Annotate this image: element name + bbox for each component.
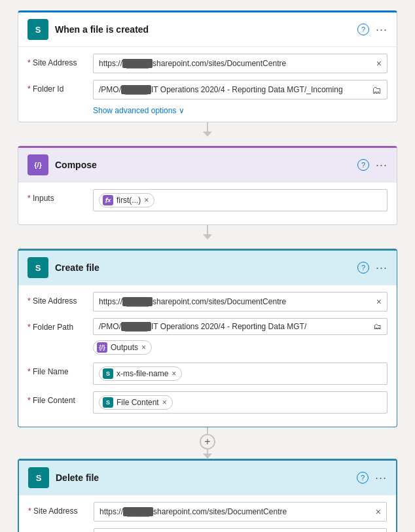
create-file-more-icon[interactable]: ···	[376, 261, 388, 275]
compose-title: Compose	[55, 160, 351, 170]
create-file-name-token-label: x-ms-file-name	[117, 369, 168, 378]
plus-connector-circle[interactable]: +	[200, 434, 215, 450]
plus-connector-circle-wrapper: +	[200, 434, 215, 450]
compose-help-icon[interactable]: ?	[357, 159, 369, 171]
create-file-help-icon[interactable]: ?	[357, 262, 369, 274]
compose-header-actions: ? ···	[357, 158, 388, 172]
create-file-card: S Create file ? ··· Site Address https:/…	[18, 249, 397, 427]
create-file-icon: S	[27, 257, 48, 278]
create-file-content-token: S File Content ×	[99, 395, 173, 410]
delete-file-identifier-input[interactable]: fx decodeUriCom... × 🗂	[94, 528, 387, 532]
trigger-help-icon[interactable]: ?	[357, 24, 369, 35]
trigger-site-address-clear[interactable]: ×	[376, 58, 382, 69]
create-folder-path-wrapper: /PMO/████IT Operations 2020/4 - Reportin…	[93, 318, 388, 356]
create-folder-outputs-token-line: {/} Outputs ×	[93, 339, 388, 356]
delete-file-identifier-row: File Identifier fx decodeUriCom... × 🗂	[28, 528, 387, 532]
connector-1-line-top	[207, 122, 208, 132]
trigger-folder-id-row: Folder Id /PMO/████IT Operations 2020/4 …	[27, 80, 388, 99]
compose-body: Inputs fx first(...) ×	[18, 183, 397, 224]
connector-1-arrow	[203, 132, 212, 137]
trigger-site-address-value: https://████sharepoint.com/sites/Documen…	[99, 59, 286, 68]
create-file-name-token-close[interactable]: ×	[171, 370, 176, 378]
delete-file-identifier-label: File Identifier	[28, 528, 87, 532]
compose-token-close[interactable]: ×	[144, 196, 149, 204]
create-file-name-token-icon: S	[103, 368, 113, 379]
compose-token-icon: fx	[103, 195, 113, 205]
create-file-title: Create file	[55, 262, 351, 273]
connector-2-arrow	[203, 234, 212, 239]
delete-site-address-row: Site Address https://████sharepoint.com/…	[28, 502, 387, 522]
flow-canvas: S When a file is created ? ··· Site Addr…	[10, 10, 405, 532]
delete-file-more-icon[interactable]: ···	[375, 471, 387, 485]
create-file-content-token-icon: S	[103, 397, 113, 408]
compose-more-icon[interactable]: ···	[376, 158, 388, 172]
trigger-icon: S	[27, 19, 48, 40]
trigger-folder-id-label: Folder Id	[27, 80, 86, 94]
create-site-address-row: Site Address https://████sharepoint.com/…	[27, 292, 388, 311]
create-file-content-input[interactable]: S File Content ×	[93, 391, 388, 414]
compose-icon: {/}	[27, 154, 48, 175]
create-file-content-row: File Content S File Content ×	[27, 391, 388, 414]
create-site-address-label: Site Address	[27, 292, 86, 306]
trigger-site-address-row: Site Address https://████sharepoint.com/…	[27, 54, 388, 73]
delete-file-header: S Delete file ? ···	[19, 461, 396, 495]
plus-connector-top-line	[207, 427, 208, 434]
delete-file-title: Delete file	[56, 472, 350, 483]
delete-site-address-value: https://████sharepoint.com/sites/Documen…	[99, 507, 287, 516]
trigger-more-icon[interactable]: ···	[376, 23, 388, 37]
create-site-address-value: https://████sharepoint.com/sites/Documen…	[99, 297, 286, 306]
compose-inputs-input[interactable]: fx first(...) ×	[93, 189, 388, 211]
compose-header: {/} Compose ? ···	[18, 148, 397, 183]
create-file-name-input[interactable]: S x-ms-file-name ×	[93, 363, 388, 385]
trigger-advanced-options-chevron: ∨	[179, 106, 185, 115]
create-file-content-label: File Content	[27, 391, 86, 405]
create-folder-path-input[interactable]: /PMO/████IT Operations 2020/4 - Reportin…	[93, 318, 388, 335]
create-file-name-row: File Name S x-ms-file-name ×	[27, 363, 388, 385]
compose-inputs-row: Inputs fx first(...) ×	[27, 189, 388, 211]
create-outputs-token-close[interactable]: ×	[141, 344, 146, 351]
create-file-header: S Create file ? ···	[18, 251, 397, 285]
create-file-header-actions: ? ···	[357, 261, 388, 275]
trigger-folder-id-input[interactable]: /PMO/████IT Operations 2020/4 - Reportin…	[93, 80, 388, 99]
delete-file-body: Site Address https://████sharepoint.com/…	[19, 495, 396, 532]
compose-token-label: first(...)	[117, 196, 141, 205]
connector-2-line-top	[207, 225, 208, 234]
delete-file-header-actions: ? ···	[357, 471, 387, 485]
trigger-advanced-options-label: Show advanced options	[93, 106, 176, 115]
create-file-content-token-label: File Content	[117, 398, 159, 407]
create-file-content-token-close[interactable]: ×	[162, 399, 167, 406]
connector-2	[203, 225, 212, 249]
trigger-folder-id-value: /PMO/████IT Operations 2020/4 - Reportin…	[99, 85, 343, 94]
delete-file-card: S Delete file ? ··· Site Address https:/…	[18, 459, 397, 532]
delete-file-icon-label: S	[36, 473, 42, 483]
compose-inputs-label: Inputs	[27, 189, 86, 203]
connector-1	[203, 122, 212, 146]
delete-site-address-clear[interactable]: ×	[376, 506, 381, 517]
create-folder-path-label: Folder Path	[27, 318, 86, 332]
delete-file-icon: S	[28, 467, 49, 488]
trigger-site-address-input[interactable]: https://████sharepoint.com/sites/Documen…	[93, 54, 388, 73]
plus-connector-arrow	[203, 453, 212, 459]
trigger-header: S When a file is created ? ···	[18, 12, 397, 47]
trigger-advanced-options[interactable]: Show advanced options ∨	[93, 106, 388, 115]
create-site-address-input[interactable]: https://████sharepoint.com/sites/Documen…	[93, 292, 388, 311]
trigger-header-actions: ? ···	[357, 23, 388, 37]
delete-site-address-input[interactable]: https://████sharepoint.com/sites/Documen…	[94, 502, 387, 522]
create-outputs-token-label: Outputs	[111, 343, 138, 352]
trigger-card: S When a file is created ? ··· Site Addr…	[18, 10, 397, 122]
create-site-address-clear[interactable]: ×	[376, 296, 382, 307]
create-outputs-token-icon: {/}	[97, 342, 107, 353]
trigger-icon-label: S	[35, 25, 41, 35]
plus-connector: +	[200, 427, 215, 459]
trigger-title: When a file is created	[55, 24, 351, 35]
create-file-icon-label: S	[35, 263, 41, 273]
compose-icon-label: {/}	[34, 161, 42, 169]
create-folder-outputs-token: {/} Outputs ×	[93, 340, 152, 355]
create-folder-browse-icon[interactable]: 🗂	[374, 322, 382, 331]
delete-file-help-icon[interactable]: ?	[357, 472, 369, 484]
create-file-name-label: File Name	[27, 363, 86, 376]
create-file-name-token: S x-ms-file-name ×	[99, 366, 182, 381]
compose-inputs-token: fx first(...) ×	[99, 193, 154, 207]
trigger-site-address-label: Site Address	[27, 54, 86, 67]
trigger-folder-browse-icon[interactable]: 🗂	[372, 84, 382, 96]
